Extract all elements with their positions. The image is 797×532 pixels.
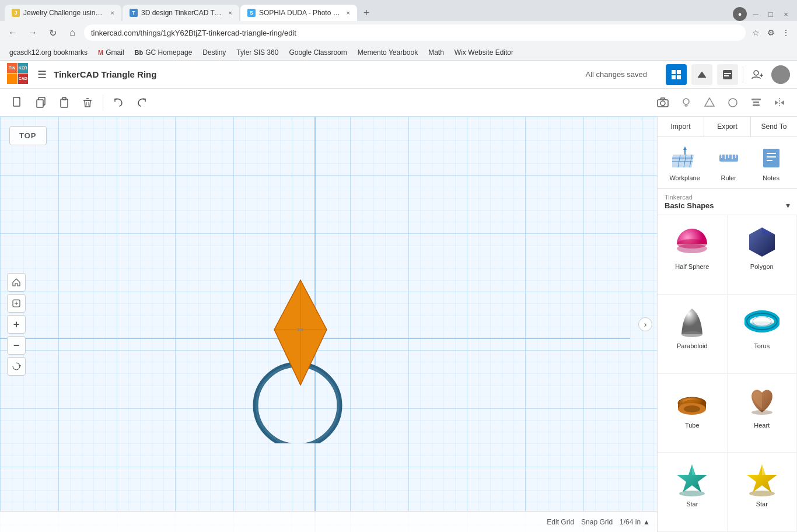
menu-icon[interactable]: ⋮ (779, 26, 792, 39)
hamburger-button[interactable]: ☰ (37, 68, 47, 81)
zoom-in-button[interactable]: + (7, 315, 26, 334)
fit-view-button[interactable] (7, 294, 26, 313)
polygon-icon (743, 223, 781, 261)
bookmark-classroom[interactable]: Google Classroom (284, 47, 351, 58)
tab-1[interactable]: J Jewelry Challenge using T × (5, 5, 121, 21)
bookmark-gmail[interactable]: M Gmail (93, 47, 129, 58)
shape-item-half-sphere[interactable]: Half Sphere (658, 215, 728, 295)
bookmark-wix[interactable]: Wix Website Editor (450, 47, 518, 58)
shape-item-paraboloid[interactable]: Paraboloid (658, 295, 728, 374)
address-input[interactable] (84, 24, 746, 41)
gmail-icon: M (98, 49, 103, 56)
maximize-button[interactable]: □ (764, 8, 777, 20)
canvas-area[interactable]: TOP + (0, 117, 657, 532)
notes-tool[interactable]: Notes (757, 144, 785, 181)
bookmark-destiny-label: Destiny (202, 48, 226, 57)
minimize-button[interactable]: ─ (749, 8, 762, 20)
profile-icon[interactable]: ● (733, 7, 747, 21)
tab-2[interactable]: T 3D design TinkerCAD Triangle R × (123, 5, 239, 21)
svg-rect-0 (672, 70, 676, 74)
bookmark-math-label: Math (428, 48, 444, 57)
tab-2-text: 3D design TinkerCAD Triangle R (141, 9, 223, 17)
home-button[interactable]: ⌂ (64, 24, 81, 41)
svg-rect-4 (723, 70, 732, 79)
user-avatar[interactable] (771, 65, 790, 84)
redo-button[interactable] (131, 92, 152, 113)
workplane-tool[interactable]: Workplane (669, 144, 700, 181)
expand-panel-button[interactable]: › (638, 317, 652, 331)
extensions-icon[interactable]: ⚙ (764, 26, 777, 39)
back-button[interactable]: ← (5, 24, 21, 41)
logo-cad: CAD (18, 74, 29, 84)
undo-button[interactable] (108, 92, 129, 113)
build-view-button[interactable] (691, 64, 712, 85)
ruler-tool[interactable]: Ruler (715, 144, 743, 181)
bookmark-memento[interactable]: Memento Yearbook (353, 47, 422, 58)
bookmark-math[interactable]: Math (424, 47, 449, 58)
snap-grid-value: 1/64 in (620, 518, 641, 526)
rotate-view-button[interactable] (7, 357, 26, 376)
bookmark-tyler[interactable]: Tyler SIS 360 (232, 47, 283, 58)
tab-2-close[interactable]: × (229, 9, 232, 16)
app-header: TIN KER CAD ☰ TinkerCAD Triangle Ring Al… (0, 61, 797, 89)
code-view-button[interactable] (717, 64, 738, 85)
shape-toggle-button[interactable] (699, 92, 720, 113)
diamond-object[interactable] (265, 277, 335, 405)
copy-button[interactable] (30, 92, 51, 113)
bookmark-wix-label: Wix Website Editor (455, 48, 513, 57)
export-button[interactable]: Export (704, 117, 751, 136)
tab-3-close[interactable]: × (347, 9, 350, 16)
mirror-button[interactable] (769, 92, 790, 113)
align-button[interactable] (746, 92, 767, 113)
snap-grid-dropdown-icon: ▲ (643, 518, 650, 526)
rotate-view-icon (12, 362, 21, 371)
camera-view-button[interactable] (652, 92, 673, 113)
forward-button[interactable]: → (25, 24, 41, 41)
new-tab-button[interactable]: + (358, 5, 375, 21)
new-button[interactable] (7, 92, 28, 113)
circle-toggle-button[interactable] (722, 92, 743, 113)
zoom-out-button[interactable]: − (7, 336, 26, 355)
grid-view-button[interactable] (666, 64, 687, 85)
send-to-button[interactable]: Send To (751, 117, 797, 136)
svg-marker-49 (683, 146, 687, 150)
delete-button[interactable] (77, 92, 98, 113)
workplane-svg (672, 145, 698, 171)
bookmark-star-icon[interactable]: ☆ (749, 26, 762, 39)
shape-item-star-teal[interactable]: Star (658, 453, 728, 532)
bookmark-gcasdk[interactable]: gcasdk12.org bookmarks (5, 47, 92, 58)
shapes-dropdown-button[interactable]: ▾ (786, 201, 790, 210)
add-user-icon (751, 69, 763, 80)
shape-item-heart[interactable]: Heart (728, 374, 798, 453)
star-teal-label: Star (686, 501, 698, 508)
logo-orange (7, 74, 18, 84)
close-window-button[interactable]: × (779, 8, 792, 20)
svg-rect-56 (763, 149, 779, 167)
home-view-button[interactable] (7, 273, 26, 292)
half-sphere-icon (673, 223, 711, 261)
tube-label: Tube (685, 422, 700, 429)
home-view-icon (12, 278, 21, 287)
import-button[interactable]: Import (658, 117, 704, 136)
browser-chrome: J Jewelry Challenge using T × T 3D desig… (0, 0, 797, 61)
snap-grid-value-container[interactable]: 1/64 in ▲ (620, 518, 650, 526)
shape-item-torus[interactable]: Torus (728, 295, 798, 374)
bookmark-gc-label: GC Homepage (145, 48, 192, 57)
svg-rect-25 (753, 104, 760, 106)
bulb-button[interactable] (676, 92, 697, 113)
add-user-button[interactable] (748, 65, 767, 84)
paste-button[interactable] (54, 92, 75, 113)
shape-item-star-yellow[interactable]: Star (728, 453, 798, 532)
tab-3[interactable]: S SOPHIA DUDA - Photo Docume... × (240, 5, 357, 21)
tinkercad-logo[interactable]: TIN KER CAD (7, 63, 30, 86)
star-yellow-icon (743, 461, 781, 498)
reload-button[interactable]: ↻ (44, 24, 61, 41)
bookmark-destiny[interactable]: Destiny (198, 47, 230, 58)
tab-1-close[interactable]: × (111, 9, 114, 16)
logo-grid: TIN KER CAD (7, 63, 28, 84)
bookmark-gc[interactable]: Bb GC Homepage (130, 47, 197, 58)
shape-item-polygon[interactable]: Polygon (728, 215, 798, 295)
shapes-grid: Half Sphere (658, 215, 797, 532)
shape-item-tube[interactable]: Tube (658, 374, 728, 453)
svg-rect-5 (724, 73, 731, 74)
